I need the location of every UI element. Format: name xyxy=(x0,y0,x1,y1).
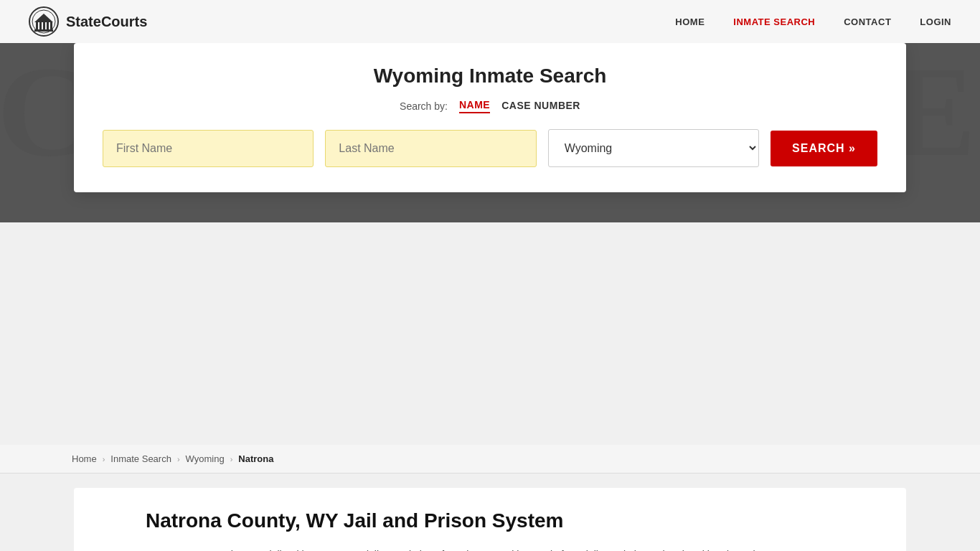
hero-section: COURTHOUSE StateCourts HOME xyxy=(0,0,980,222)
search-card-title: Wyoming Inmate Search xyxy=(103,65,877,88)
search-button[interactable]: SEARCH » xyxy=(771,131,877,166)
svg-rect-8 xyxy=(34,29,53,32)
state-select[interactable]: Wyoming Alabama Alaska Arizona Arkansas … xyxy=(548,129,759,167)
breadcrumb-wyoming[interactable]: Wyoming xyxy=(186,453,225,464)
logo-icon[interactable] xyxy=(29,6,59,37)
search-tab-name[interactable]: NAME xyxy=(459,99,490,113)
nav-login[interactable]: LOGIN xyxy=(920,17,951,27)
breadcrumb-inmate-search[interactable]: Inmate Search xyxy=(110,453,171,464)
county-description: NATRONA County has 253 jails with an ave… xyxy=(146,547,834,551)
breadcrumb-sep-1: › xyxy=(103,455,105,463)
logo-name[interactable]: StateCourts xyxy=(66,14,147,30)
svg-rect-4 xyxy=(43,22,45,29)
county-title: Natrona County, WY Jail and Prison Syste… xyxy=(146,509,834,532)
main-content: Natrona County, WY Jail and Prison Syste… xyxy=(74,488,906,551)
search-by-row: Search by: NAME CASE NUMBER xyxy=(103,99,877,113)
breadcrumb-current: Natrona xyxy=(238,453,273,464)
breadcrumb-sep-3: › xyxy=(230,455,233,463)
last-name-input[interactable] xyxy=(325,130,536,167)
search-tab-case[interactable]: CASE NUMBER xyxy=(501,100,580,113)
nav-links: HOME INMATE SEARCH CONTACT LOGIN xyxy=(675,17,951,27)
logo-area: StateCourts xyxy=(29,6,675,37)
nav-inmate-search[interactable]: INMATE SEARCH xyxy=(733,17,815,27)
search-by-label: Search by: xyxy=(400,100,448,112)
nav-contact[interactable]: CONTACT xyxy=(844,17,891,27)
first-name-input[interactable] xyxy=(103,130,314,167)
svg-rect-3 xyxy=(39,22,42,29)
nav-home[interactable]: HOME xyxy=(675,17,705,27)
breadcrumb: Home › Inmate Search › Wyoming › Natrona xyxy=(0,445,980,474)
search-card: Wyoming Inmate Search Search by: NAME CA… xyxy=(74,43,906,192)
search-inputs-row: Wyoming Alabama Alaska Arizona Arkansas … xyxy=(103,129,877,167)
svg-rect-2 xyxy=(36,22,38,29)
svg-rect-6 xyxy=(50,22,52,29)
breadcrumb-sep-2: › xyxy=(177,455,180,463)
svg-rect-5 xyxy=(47,22,49,29)
navbar: StateCourts HOME INMATE SEARCH CONTACT L… xyxy=(0,0,980,43)
svg-marker-7 xyxy=(34,14,53,22)
breadcrumb-home[interactable]: Home xyxy=(72,453,97,464)
